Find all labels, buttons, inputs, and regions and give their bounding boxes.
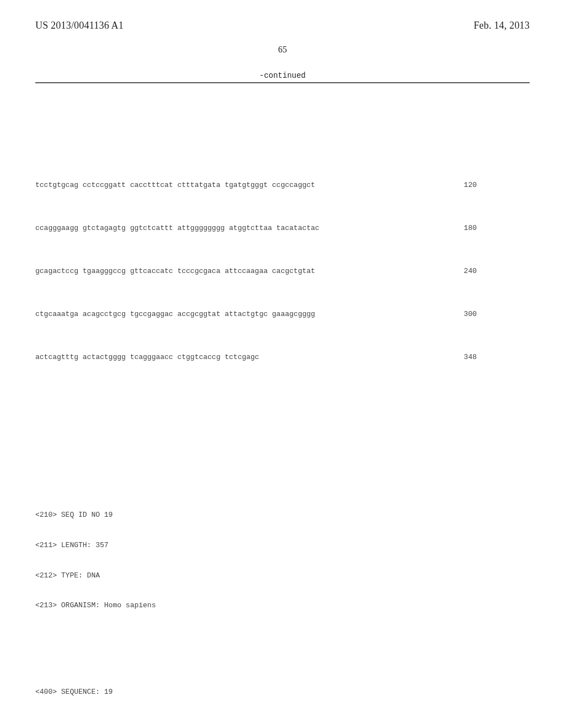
seq-text: gcagactccg tgaagggccg gttcaccatc tcccgcg…	[35, 264, 444, 279]
seq-meta: <210> SEQ ID NO 19 <211> LENGTH: 357 <21…	[35, 490, 530, 631]
seq-label: <400> SEQUENCE: 19	[35, 687, 530, 697]
seq-type: <212> TYPE: DNA	[35, 571, 530, 581]
seq-text: ccagggaagg gtctagagtg ggtctcattt attgggg…	[35, 221, 444, 235]
sequence-listing: tcctgtgcag cctccggatt cacctttcat ctttatg…	[35, 92, 530, 728]
seq-block-19: <210> SEQ ID NO 19 <211> LENGTH: 357 <21…	[35, 462, 530, 728]
page-number: 65	[35, 45, 530, 55]
ruling-top	[35, 82, 530, 83]
seq-row: ctgcaaatga acagcctgcg tgccgaggac accgcgg…	[35, 307, 530, 322]
seq-organism: <213> ORGANISM: Homo sapiens	[35, 601, 530, 611]
seq-row: gcagactccg tgaagggccg gttcaccatc tcccgcg…	[35, 264, 530, 279]
seq-text: actcagtttg actactgggg tcagggaacc ctggtca…	[35, 350, 444, 365]
seq-row: ccagggaagg gtctagagtg ggtctcattt attgggg…	[35, 221, 530, 235]
seq-row: tcctgtgcag cctccggatt cacctttcat ctttatg…	[35, 178, 530, 192]
continued-label: -continued	[35, 71, 530, 80]
seq-block-partial: tcctgtgcag cctccggatt cacctttcat ctttatg…	[35, 149, 530, 393]
seq-text: tcctgtgcag cctccggatt cacctttcat ctttatg…	[35, 178, 444, 192]
seq-sequence-label: <400> SEQUENCE: 19	[35, 667, 530, 718]
seq-pos: 348	[444, 350, 477, 365]
seq-pos: 300	[444, 307, 477, 322]
seq-text: ctgcaaatga acagcctgcg tgccgaggac accgcgg…	[35, 307, 444, 322]
page-header: US 2013/0041136 A1 Feb. 14, 2013	[35, 20, 530, 31]
seq-id: <210> SEQ ID NO 19	[35, 510, 530, 520]
seq-pos: 120	[444, 178, 477, 192]
seq-row: actcagtttg actactgggg tcagggaacc ctggtca…	[35, 350, 530, 365]
publication-date: Feb. 14, 2013	[473, 20, 530, 31]
seq-pos: 240	[444, 264, 477, 279]
seq-length: <211> LENGTH: 357	[35, 540, 530, 550]
seq-pos: 180	[444, 221, 477, 235]
patent-page: US 2013/0041136 A1 Feb. 14, 2013 65 -con…	[0, 0, 565, 728]
publication-number: US 2013/0041136 A1	[35, 20, 124, 31]
